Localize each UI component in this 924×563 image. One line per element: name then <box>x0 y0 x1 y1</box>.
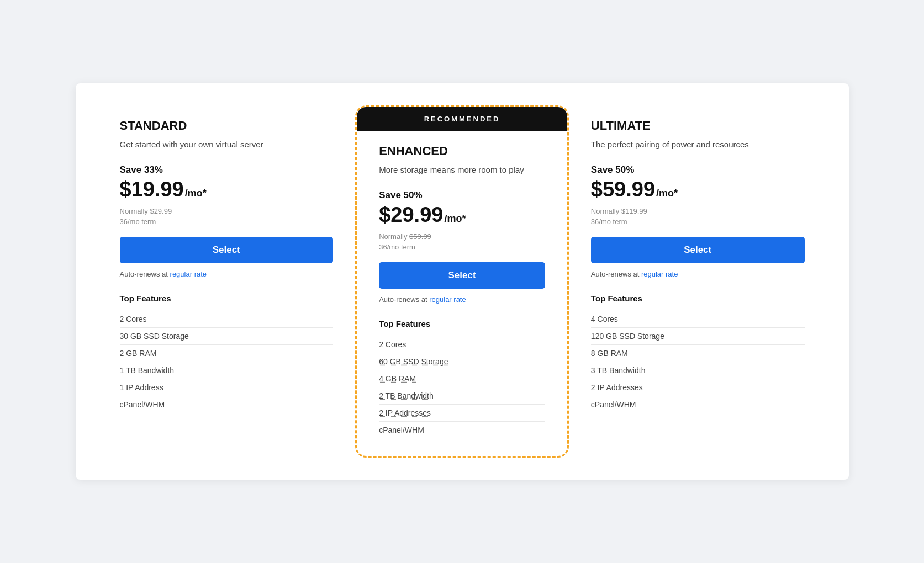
plan-ultimate-regular-rate-link[interactable]: regular rate <box>641 270 678 278</box>
feature-enhanced-bandwidth: 2 TB Bandwidth <box>379 387 545 405</box>
plan-standard: STANDARD Get started with your own virtu… <box>98 105 356 426</box>
feature-enhanced-cores: 2 Cores <box>379 336 545 353</box>
feature-standard-ip: 1 IP Address <box>120 379 334 396</box>
plan-ultimate: ULTIMATE The perfect pairing of power an… <box>569 105 827 426</box>
feature-standard-bandwidth: 1 TB Bandwidth <box>120 362 334 379</box>
plan-ultimate-features-label: Top Features <box>591 294 805 303</box>
plan-enhanced-name: ENHANCED <box>379 144 545 158</box>
plan-standard-price: $19.99 <box>120 178 184 201</box>
plan-standard-regular-rate-link[interactable]: regular rate <box>170 270 207 278</box>
select-button-standard[interactable]: Select <box>120 237 334 263</box>
plan-standard-save: Save 33% <box>120 164 334 176</box>
plan-ultimate-term: 36/mo term <box>591 217 805 226</box>
plan-ultimate-price: $59.99 <box>591 178 655 201</box>
plan-ultimate-autorenew: Auto-renews at regular rate <box>591 270 805 278</box>
select-button-ultimate[interactable]: Select <box>591 237 805 263</box>
plan-enhanced-save: Save 50% <box>379 190 545 201</box>
feature-enhanced-storage: 60 GB SSD Storage <box>379 353 545 370</box>
feature-ultimate-storage: 120 GB SSD Storage <box>591 328 805 345</box>
plan-enhanced-price-row: $29.99 /mo* <box>379 203 545 227</box>
select-button-enhanced[interactable]: Select <box>379 262 545 289</box>
plan-standard-normal-price: Normally $29.99 <box>120 207 334 215</box>
plan-standard-description: Get started with your own virtual server <box>120 139 334 151</box>
recommended-card: RECOMMENDED ENHANCED More storage means … <box>355 105 569 458</box>
feature-enhanced-cpanel: cPanel/WHM <box>379 422 545 438</box>
plan-ultimate-price-row: $59.99 /mo* <box>591 178 805 201</box>
feature-ultimate-ip: 2 IP Addresses <box>591 379 805 396</box>
feature-ultimate-cpanel: cPanel/WHM <box>591 396 805 413</box>
recommended-card-body: ENHANCED More storage means more room to… <box>357 131 567 456</box>
feature-enhanced-ram: 4 GB RAM <box>379 370 545 387</box>
plan-standard-features-label: Top Features <box>120 294 334 303</box>
feature-standard-cores: 2 Cores <box>120 311 334 328</box>
feature-ultimate-cores: 4 Cores <box>591 311 805 328</box>
plan-enhanced-normal-price: Normally $59.99 <box>379 232 545 241</box>
feature-standard-storage: 30 GB SSD Storage <box>120 328 334 345</box>
plan-ultimate-price-suffix: /mo* <box>656 188 678 199</box>
plan-ultimate-name: ULTIMATE <box>591 119 805 133</box>
plan-enhanced-price: $29.99 <box>379 203 443 227</box>
plan-standard-term: 36/mo term <box>120 217 334 226</box>
feature-standard-ram: 2 GB RAM <box>120 345 334 362</box>
plan-ultimate-normal-price: Normally $119.99 <box>591 207 805 215</box>
plan-enhanced-price-suffix: /mo* <box>444 213 466 225</box>
plan-standard-price-row: $19.99 /mo* <box>120 178 334 201</box>
plan-standard-price-suffix: /mo* <box>185 188 207 199</box>
feature-ultimate-ram: 8 GB RAM <box>591 345 805 362</box>
plan-enhanced-description: More storage means more room to play <box>379 164 545 177</box>
plan-enhanced: RECOMMENDED ENHANCED More storage means … <box>355 105 569 458</box>
feature-standard-cpanel: cPanel/WHM <box>120 396 334 413</box>
plan-enhanced-autorenew: Auto-renews at regular rate <box>379 295 545 304</box>
pricing-container: STANDARD Get started with your own virtu… <box>76 83 849 480</box>
plan-ultimate-description: The perfect pairing of power and resourc… <box>591 139 805 151</box>
plan-enhanced-features-label: Top Features <box>379 319 545 328</box>
feature-enhanced-ip: 2 IP Addresses <box>379 405 545 422</box>
plan-enhanced-regular-rate-link[interactable]: regular rate <box>429 295 466 304</box>
plan-enhanced-term: 36/mo term <box>379 243 545 251</box>
plan-standard-autorenew: Auto-renews at regular rate <box>120 270 334 278</box>
plan-ultimate-save: Save 50% <box>591 164 805 176</box>
plan-standard-name: STANDARD <box>120 119 334 133</box>
recommended-badge: RECOMMENDED <box>357 107 567 131</box>
feature-ultimate-bandwidth: 3 TB Bandwidth <box>591 362 805 379</box>
